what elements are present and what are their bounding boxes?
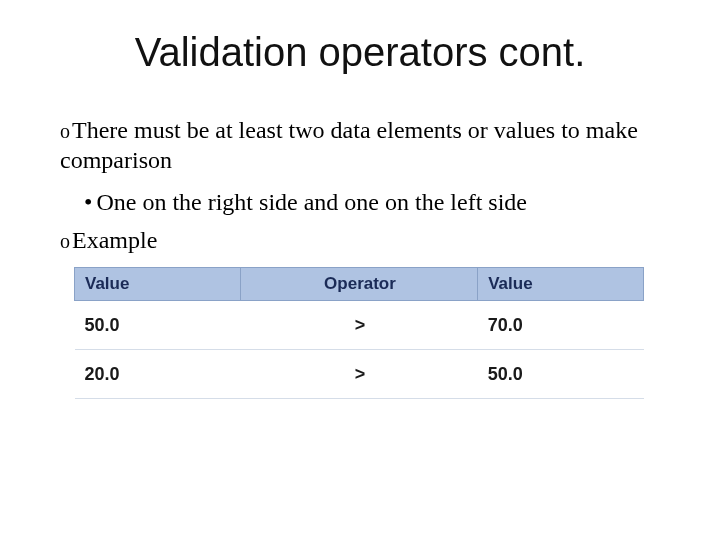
cell-value-left: 20.0: [75, 350, 241, 399]
col-header-value-right: Value: [478, 268, 644, 301]
table-header-row: Value Operator Value: [75, 268, 644, 301]
slide: Validation operators cont. oThere must b…: [0, 0, 720, 540]
bullet-marker-dot-icon: •: [84, 189, 92, 215]
bullet-sub: •One on the right side and one on the le…: [84, 187, 660, 217]
col-header-value-left: Value: [75, 268, 241, 301]
cell-value-left: 50.0: [75, 301, 241, 350]
cell-operator: >: [240, 301, 477, 350]
example-table: Value Operator Value 50.0 > 70.0 20.0 > …: [74, 267, 644, 399]
bullet-marker-circle-icon: o: [60, 120, 70, 142]
bullet-example-text: Example: [72, 227, 157, 253]
slide-title: Validation operators cont.: [60, 30, 660, 75]
col-header-operator: Operator: [240, 268, 477, 301]
example-table-container: Value Operator Value 50.0 > 70.0 20.0 > …: [74, 267, 644, 399]
bullet-marker-circle-icon: o: [60, 230, 70, 252]
cell-value-right: 50.0: [478, 350, 644, 399]
table-row: 50.0 > 70.0: [75, 301, 644, 350]
bullet-concept: oThere must be at least two data element…: [60, 115, 660, 175]
bullet-sub-text: One on the right side and one on the lef…: [96, 189, 527, 215]
table-row: 20.0 > 50.0: [75, 350, 644, 399]
cell-value-right: 70.0: [478, 301, 644, 350]
bullet-concept-text: There must be at least two data elements…: [60, 117, 638, 173]
bullet-example: oExample: [60, 225, 660, 255]
cell-operator: >: [240, 350, 477, 399]
